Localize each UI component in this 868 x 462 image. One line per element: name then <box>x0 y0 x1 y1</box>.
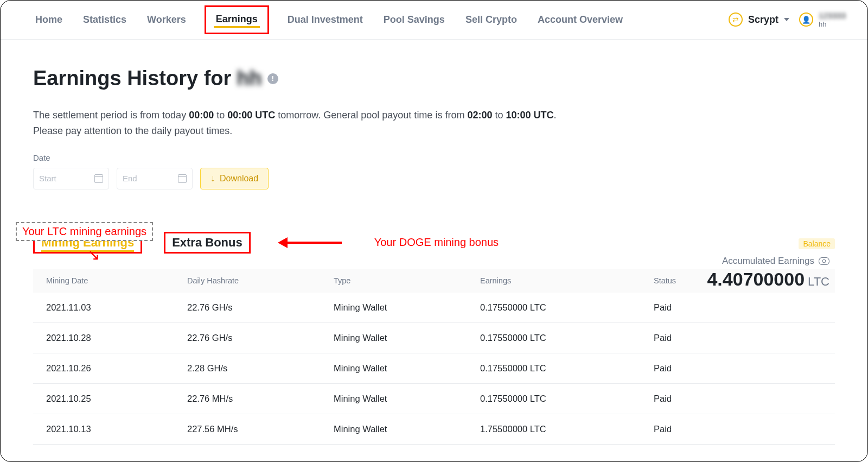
calendar-icon <box>178 174 187 183</box>
cell-earn: 0.17550000 LTC <box>480 394 654 404</box>
nav-statistics[interactable]: Statistics <box>81 12 129 28</box>
calendar-icon <box>94 174 103 183</box>
balance-pill[interactable]: Balance <box>799 238 835 249</box>
user-info: 123333 hh <box>819 11 846 28</box>
nav-right: ⇄ Scrypt 👤 123333 hh <box>729 11 846 28</box>
table-body: 2021.11.0322.76 GH/sMining Wallet0.17550… <box>33 293 835 445</box>
desc-j: Please pay attention to the daily payout… <box>33 125 232 136</box>
cell-status: Paid <box>654 424 822 434</box>
tab-extra-bonus[interactable]: Extra Bonus <box>172 236 242 249</box>
download-icon: ↓ <box>210 173 215 184</box>
table-row: 2021.10.2822.76 GH/sMining Wallet0.17550… <box>33 323 835 353</box>
desc-d: 00:00 UTC <box>227 110 275 121</box>
nav-pool-savings[interactable]: Pool Savings <box>381 12 447 28</box>
info-icon[interactable]: ! <box>267 73 278 84</box>
cell-hash: 22.76 GH/s <box>187 333 334 343</box>
cell-type: Mining Wallet <box>334 363 480 374</box>
chevron-down-icon <box>784 18 789 21</box>
cell-earn: 0.17550000 LTC <box>480 333 654 343</box>
nav-workers[interactable]: Workers <box>145 12 188 28</box>
cell-date: 2021.10.26 <box>46 363 187 374</box>
desc-e: tomorrow. General pool payout time is fr… <box>275 110 467 121</box>
th-date: Mining Date <box>46 276 187 285</box>
nav-sell-crypto[interactable]: Sell Crypto <box>463 12 519 28</box>
nav-home[interactable]: Home <box>33 12 65 28</box>
cell-earn: 0.17550000 LTC <box>480 302 654 313</box>
cell-earn: 1.75500000 LTC <box>480 424 654 434</box>
cell-date: 2021.11.03 <box>46 302 187 313</box>
date-label: Date <box>33 153 835 162</box>
nav-account-overview[interactable]: Account Overview <box>535 12 625 28</box>
algorithm-selector[interactable]: ⇄ Scrypt <box>729 12 789 27</box>
page-title-prefix: Earnings History for <box>33 67 231 90</box>
user-id: 123333 <box>819 11 846 21</box>
cell-type: Mining Wallet <box>334 424 480 434</box>
user-menu[interactable]: 👤 123333 hh <box>799 11 846 28</box>
page-title-row: Earnings History for hh ! <box>33 67 835 90</box>
th-hashrate: Daily Hashrate <box>187 276 334 285</box>
date-end-input[interactable]: End <box>117 168 193 189</box>
settlement-description: The settlement period is from today 00:0… <box>33 107 684 139</box>
earnings-table: Mining Date Daily Hashrate Type Earnings… <box>33 269 835 445</box>
annotation-arrow-left-icon <box>278 237 342 248</box>
cell-date: 2021.10.28 <box>46 333 187 343</box>
cell-earn: 0.17550000 LTC <box>480 363 654 374</box>
accumulated-value: 4.40700000 <box>707 269 805 289</box>
nav-items: Home Statistics Workers Earnings Dual In… <box>33 10 625 30</box>
user-sub: hh <box>819 21 846 28</box>
accumulated-unit: LTC <box>808 275 829 288</box>
page-title-user: hh <box>237 67 261 90</box>
cell-date: 2021.10.25 <box>46 394 187 404</box>
nav-earnings[interactable]: Earnings <box>214 11 260 28</box>
cell-hash: 2.28 GH/s <box>187 363 334 374</box>
date-end-placeholder: End <box>123 174 137 183</box>
table-row: 2021.11.0322.76 GH/sMining Wallet0.17550… <box>33 293 835 323</box>
date-start-placeholder: Start <box>39 174 56 183</box>
annotation-extra-highlight: Extra Bonus <box>164 232 251 254</box>
algorithm-label: Scrypt <box>748 14 778 26</box>
nav-dual-investment[interactable]: Dual Investment <box>285 12 365 28</box>
accumulated-value-row: 4.40700000LTC <box>707 269 829 290</box>
desc-c: to <box>214 110 227 121</box>
annotation-arrow-down-icon: ↘ <box>87 246 100 264</box>
user-icon: 👤 <box>799 12 813 27</box>
desc-i: . <box>553 110 556 121</box>
desc-h: 10:00 UTC <box>506 110 553 121</box>
desc-b: 00:00 <box>189 110 214 121</box>
date-start-input[interactable]: Start <box>33 168 109 189</box>
desc-g: to <box>492 110 506 121</box>
desc-f: 02:00 <box>467 110 492 121</box>
accumulated-label: Accumulated Earnings <box>722 256 814 267</box>
cell-hash: 227.56 MH/s <box>187 424 334 434</box>
cell-status: Paid <box>654 394 822 404</box>
table-row: 2021.10.262.28 GH/sMining Wallet0.175500… <box>33 353 835 384</box>
cell-status: Paid <box>654 333 822 343</box>
download-button[interactable]: ↓ Download <box>200 168 269 189</box>
top-nav: Home Statistics Workers Earnings Dual In… <box>1 1 867 40</box>
annotation-ltc-callout: Your LTC mining earnings <box>16 222 153 241</box>
eye-icon[interactable] <box>819 257 829 265</box>
table-row: 2021.10.2522.76 MH/sMining Wallet0.17550… <box>33 384 835 414</box>
cell-type: Mining Wallet <box>334 394 480 404</box>
table-row: 2021.10.13227.56 MH/sMining Wallet1.7550… <box>33 414 835 445</box>
swap-icon: ⇄ <box>729 12 743 27</box>
download-label: Download <box>220 174 258 183</box>
cell-type: Mining Wallet <box>334 333 480 343</box>
cell-type: Mining Wallet <box>334 302 480 313</box>
cell-hash: 22.76 MH/s <box>187 394 334 404</box>
cell-date: 2021.10.13 <box>46 424 187 434</box>
cell-hash: 22.76 GH/s <box>187 302 334 313</box>
annotation-earnings-highlight: Earnings <box>205 5 269 34</box>
accumulated-label-row: Accumulated Earnings <box>722 256 829 267</box>
cell-status: Paid <box>654 302 822 313</box>
annotation-doge-callout: Your DOGE mining bonus <box>374 236 499 249</box>
cell-status: Paid <box>654 363 822 374</box>
date-row: Start End ↓ Download <box>33 168 835 189</box>
page-content: Earnings History for hh ! The settlement… <box>1 40 867 445</box>
tabs-row: Mining Earnings Extra Bonus Your DOGE mi… <box>33 232 835 254</box>
th-type: Type <box>334 276 480 285</box>
desc-a: The settlement period is from today <box>33 110 189 121</box>
th-earnings: Earnings <box>480 276 654 285</box>
